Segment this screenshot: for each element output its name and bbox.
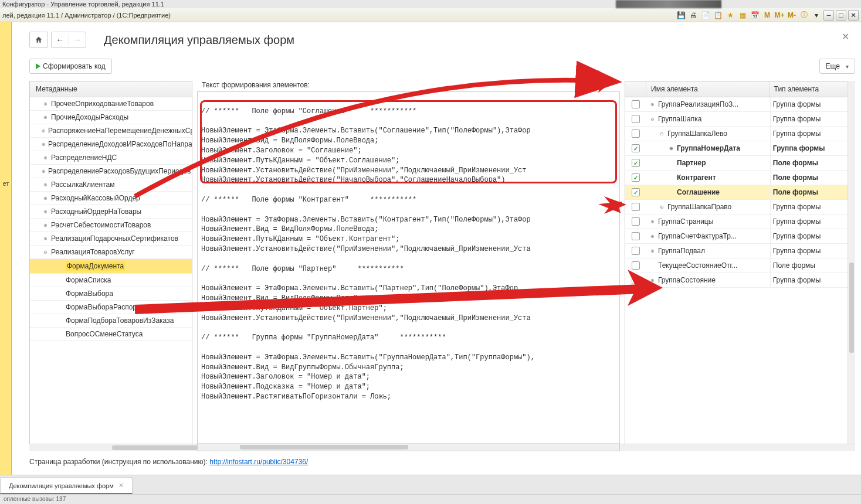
- metadata-tree[interactable]: ⊕ПрочееОприходованиеТоваров⊕ПрочиеДоходы…: [30, 97, 192, 451]
- tree-item[interactable]: ⊕РасходныйКассовыйОрдер: [30, 192, 192, 205]
- col-check[interactable]: [625, 81, 646, 97]
- expand-icon[interactable]: ⊕: [658, 205, 665, 210]
- checkbox[interactable]: [632, 247, 640, 255]
- checkbox[interactable]: [632, 115, 640, 123]
- back-icon[interactable]: ←: [52, 35, 69, 45]
- elements-table[interactable]: ⊕ГруппаРеализацияПоЗ...Группа формы⊖Груп…: [625, 97, 855, 451]
- close-window-button[interactable]: ✕: [848, 10, 859, 21]
- table-row[interactable]: ✓КонтрагентПоле формы: [625, 171, 855, 185]
- tab-close-icon[interactable]: ✕: [118, 482, 124, 489]
- expand-icon[interactable]: ⊖: [649, 117, 656, 122]
- expand-icon[interactable]: ⊕: [42, 196, 49, 201]
- forward-icon[interactable]: →: [69, 35, 86, 45]
- table-row[interactable]: ⊕ГруппаСостояниеГруппа формы: [625, 273, 855, 288]
- table-row[interactable]: ⊖ГруппаШапкаГруппа формы: [625, 112, 855, 127]
- expand-icon[interactable]: ⊕: [42, 142, 46, 147]
- element-type: Поле формы: [770, 185, 855, 199]
- more-button[interactable]: Еще: [819, 59, 855, 74]
- tree-item[interactable]: ВопросОСменеСтатуса: [30, 328, 192, 341]
- table-row[interactable]: ТекущееСостояниеОтг...Поле формы: [625, 258, 855, 273]
- calc-icon[interactable]: ▦: [737, 10, 748, 21]
- table-row[interactable]: ⊕ГруппаСчетФактураТр...Группа формы: [625, 229, 855, 244]
- code-textarea[interactable]: // ****** Поле формы "Соглашение" ******…: [197, 91, 620, 451]
- tree-item[interactable]: ⊕РасчетСебестоимостиТоваров: [30, 219, 192, 232]
- checkbox[interactable]: [632, 130, 640, 138]
- tree-item[interactable]: ФормаВыбора: [30, 287, 192, 301]
- info-icon[interactable]: ⓘ: [799, 10, 809, 21]
- tree-item[interactable]: ФормаСписка: [30, 274, 192, 287]
- doc-icon[interactable]: 📄: [700, 10, 711, 21]
- checkbox[interactable]: [632, 203, 640, 211]
- tree-item[interactable]: ⊕РеализацияПодарочныхСертификатов: [30, 232, 192, 246]
- table-row[interactable]: ⊕ГруппаРеализацияПоЗ...Группа формы: [625, 97, 855, 112]
- left-sidebar-strip[interactable]: ет: [0, 22, 12, 475]
- expand-icon[interactable]: ⊖: [42, 250, 49, 255]
- expand-icon[interactable]: ⊕: [42, 101, 49, 107]
- save-icon[interactable]: 💾: [676, 10, 686, 21]
- table-row[interactable]: ✓ПартнерПоле формы: [625, 156, 855, 171]
- home-button[interactable]: [29, 32, 48, 48]
- tree-item[interactable]: ФормаПодбораТоваровИзЗаказа: [30, 314, 192, 328]
- memory-mplus-icon[interactable]: M+: [774, 10, 785, 21]
- memory-mminus-icon[interactable]: M-: [787, 10, 797, 21]
- tree-item[interactable]: ⊕РасходныйОрдерНаТовары: [30, 205, 192, 219]
- tree-item[interactable]: ⊕ПрочееОприходованиеТоваров: [30, 97, 192, 111]
- tree-item[interactable]: ФормаДокумента: [30, 259, 192, 274]
- expand-icon[interactable]: ⊕: [42, 182, 49, 188]
- expand-icon[interactable]: ⊕: [649, 278, 656, 283]
- col-type[interactable]: Тип элемента: [770, 81, 855, 97]
- tree-item[interactable]: ⊕РаспределениеНДС: [30, 151, 192, 165]
- print-icon[interactable]: 🖨: [688, 10, 699, 21]
- expand-icon[interactable]: ⊕: [42, 223, 49, 228]
- expand-icon[interactable]: ⊕: [42, 155, 49, 161]
- table-row[interactable]: ⊕ГруппаШапкаПравоГруппа формы: [625, 200, 855, 214]
- tree-item[interactable]: ⊕ПрочиеДоходыРасходы: [30, 111, 192, 124]
- checkbox[interactable]: [632, 232, 640, 240]
- star-icon[interactable]: ★: [725, 10, 735, 21]
- checkbox[interactable]: ✓: [632, 144, 640, 152]
- maximize-button[interactable]: □: [836, 10, 846, 21]
- table-row[interactable]: ✓СоглашениеПоле формы: [625, 185, 855, 200]
- expand-icon[interactable]: ⊕: [42, 115, 49, 120]
- expand-icon[interactable]: ⊕: [42, 236, 49, 241]
- copy-icon[interactable]: 📋: [713, 10, 723, 21]
- tree-item[interactable]: ⊕РассылкаКлиентам: [30, 178, 192, 192]
- table-row[interactable]: ✓⊕ГруппаНомерДатаГруппа формы: [625, 141, 855, 156]
- scrollbar-h[interactable]: [198, 443, 619, 451]
- tree-item[interactable]: ⊕РаспределениеРасходовБудущихПериодов: [30, 165, 192, 178]
- checkbox[interactable]: ✓: [632, 159, 640, 167]
- expand-icon[interactable]: ⊕: [649, 234, 656, 239]
- checkbox[interactable]: ✓: [632, 173, 640, 182]
- footer-link[interactable]: http://infostart.ru/public/304736/: [209, 458, 308, 466]
- checkbox[interactable]: [632, 276, 640, 284]
- expand-icon[interactable]: ⊕: [649, 219, 656, 224]
- checkbox[interactable]: ✓: [632, 188, 640, 196]
- checkbox[interactable]: [632, 100, 640, 108]
- expand-icon[interactable]: ⊕: [667, 146, 674, 151]
- generate-code-button[interactable]: Сформировать код: [29, 59, 112, 74]
- table-row[interactable]: ⊕ГруппаСтраницыГруппа формы: [625, 214, 855, 229]
- expand-icon[interactable]: ⊕: [42, 128, 46, 134]
- expand-icon[interactable]: ⊕: [649, 102, 656, 107]
- tab-decompile[interactable]: Декомпиляция управляемых форм ✕: [0, 477, 133, 494]
- expand-icon[interactable]: ⊕: [42, 209, 49, 214]
- minimize-button[interactable]: –: [823, 10, 834, 21]
- col-name[interactable]: Имя элемента: [646, 81, 770, 97]
- calendar-icon[interactable]: 📅: [750, 10, 760, 21]
- scrollbar-h[interactable]: [29, 444, 192, 451]
- expand-icon[interactable]: ⊖: [658, 131, 665, 137]
- checkbox[interactable]: [632, 261, 640, 270]
- table-row[interactable]: ⊖ГруппаШапкаЛевоГруппа формы: [625, 127, 855, 141]
- table-row[interactable]: ⊕ГруппаПодвалГруппа формы: [625, 244, 855, 258]
- expand-icon[interactable]: ⊕: [649, 248, 656, 254]
- tree-item[interactable]: ⊕РаспределениеДоходовИРасходовПоНаправле…: [30, 138, 192, 151]
- tree-item[interactable]: ⊕РаспоряжениеНаПеремещениеДенежныхСредст…: [30, 124, 192, 138]
- nav-back-forward[interactable]: ← →: [51, 32, 86, 48]
- tree-item[interactable]: ⊖РеализацияТоваровУслуг: [30, 246, 192, 259]
- memory-m-icon[interactable]: M: [762, 10, 772, 21]
- tree-item[interactable]: ФормаВыбораРаспоряжения: [30, 301, 192, 314]
- close-page-button[interactable]: ✕: [842, 31, 849, 42]
- checkbox[interactable]: [632, 217, 640, 226]
- expand-icon[interactable]: ⊕: [42, 169, 46, 174]
- dropdown-icon[interactable]: ▾: [811, 10, 822, 21]
